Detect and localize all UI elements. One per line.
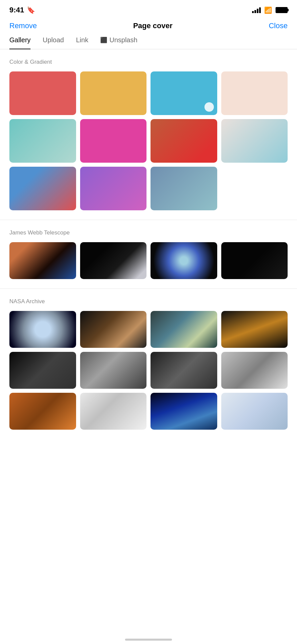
webb-image-2[interactable] (80, 242, 147, 279)
nasa-image-10[interactable] (80, 393, 147, 430)
nasa-image-4[interactable] (221, 311, 288, 348)
battery-icon (276, 7, 288, 13)
tabs-bar: Gallery Upload Link ⬛ Unsplash (0, 36, 297, 49)
unsplash-icon: ⬛ (100, 37, 107, 44)
swatch-lightblue[interactable] (221, 119, 288, 163)
status-time: 9:41 (9, 6, 24, 14)
swatch-yellow[interactable] (80, 71, 147, 115)
status-icons: 📶 (252, 6, 288, 14)
swatch-tealblue[interactable] (151, 167, 217, 210)
james-webb-grid (0, 242, 297, 288)
swatch-redorange[interactable] (151, 119, 217, 163)
nasa-image-12[interactable] (221, 393, 288, 430)
swatch-peach[interactable] (221, 71, 288, 115)
nasa-image-11[interactable] (151, 393, 217, 430)
swatch-bluered[interactable] (9, 167, 76, 210)
tab-unsplash[interactable]: ⬛ Unsplash (100, 36, 137, 49)
nasa-image-6[interactable] (80, 352, 147, 389)
remove-button[interactable]: Remove (9, 21, 37, 30)
swatch-red[interactable] (9, 71, 76, 115)
nasa-image-7[interactable] (151, 352, 217, 389)
webb-image-3[interactable] (151, 242, 217, 279)
status-bar: 9:41 🔖 📶 (0, 0, 297, 18)
tab-gallery[interactable]: Gallery (9, 36, 31, 49)
swatch-purplepink[interactable] (80, 167, 147, 210)
nasa-archive-label: NASA Archive (0, 289, 297, 311)
swatch-pink[interactable] (80, 119, 147, 163)
tab-upload[interactable]: Upload (43, 36, 64, 49)
swatch-empty (221, 167, 288, 210)
nasa-image-2[interactable] (80, 311, 147, 348)
close-button[interactable]: Close (269, 21, 288, 30)
nasa-image-1[interactable] (9, 311, 76, 348)
page-title: Page cover (133, 21, 172, 30)
bookmark-icon: 🔖 (27, 6, 35, 14)
color-gradient-label: Color & Gradient (0, 49, 297, 71)
webb-image-4[interactable] (221, 242, 288, 279)
nav-header: Remove Page cover Close (0, 18, 297, 36)
nasa-image-3[interactable] (151, 311, 217, 348)
tab-link[interactable]: Link (76, 36, 88, 49)
wifi-icon: 📶 (264, 6, 272, 14)
nasa-image-8[interactable] (221, 352, 288, 389)
swatch-blue[interactable] (151, 71, 217, 115)
scroll-indicator (125, 639, 172, 641)
color-gradient-grid (0, 71, 297, 220)
swatch-teal[interactable] (9, 119, 76, 163)
nasa-image-5[interactable] (9, 352, 76, 389)
nasa-image-9[interactable] (9, 393, 76, 430)
signal-icon (252, 7, 261, 13)
webb-image-1[interactable] (9, 242, 76, 279)
james-webb-label: James Webb Telescope (0, 220, 297, 242)
nasa-archive-grid (0, 311, 297, 439)
